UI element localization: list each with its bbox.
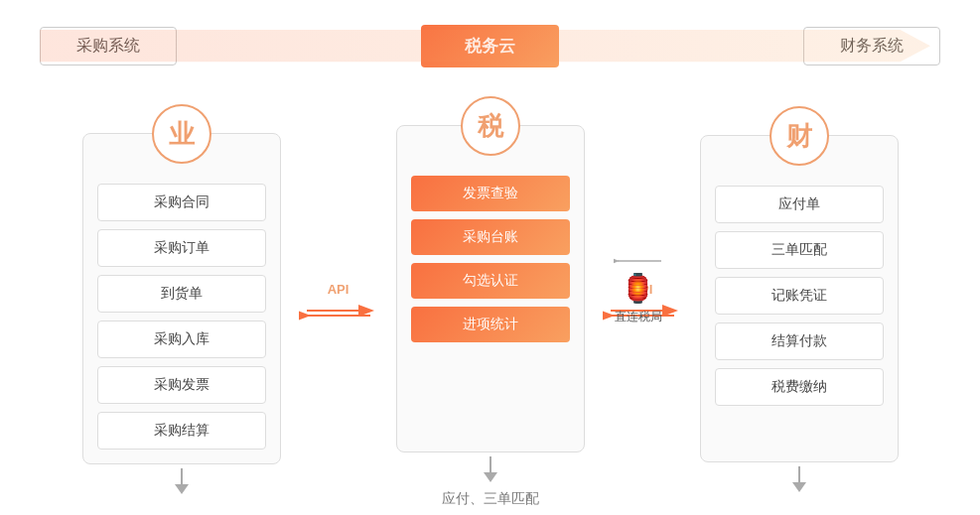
list-item: 记账凭证 [715, 277, 884, 315]
panel-shui: 税 发票查验 采购台账 勾选认证 进项统计 [396, 125, 585, 452]
circle-shui: 税 [461, 96, 520, 156]
list-item: 到货单 [97, 275, 266, 313]
list-item: 采购结算 [97, 412, 266, 450]
panel-cai: 财 应付单 三单匹配 记账凭证 结算付款 税费缴纳 [700, 135, 899, 462]
list-item: 税费缴纳 [715, 368, 884, 406]
tax-bureau-label: 直连税局 [615, 309, 662, 325]
ye-item-list: 采购合同 采购订单 到货单 采购入库 采购发票 采购结算 [97, 184, 266, 450]
list-item: 采购合同 [97, 184, 266, 221]
list-item: 进项统计 [411, 307, 570, 342]
down-arrow-cai [789, 466, 809, 498]
svg-marker-2 [175, 484, 189, 494]
panel-ye: 业 采购合同 采购订单 到货单 采购入库 采购发票 采购结算 [82, 133, 281, 464]
circle-cai: 财 [770, 106, 829, 166]
list-item: 采购台账 [411, 219, 570, 255]
tax-bureau: 🏮 直连税局 [614, 252, 663, 325]
list-item: 结算付款 [715, 322, 884, 360]
cai-item-list: 应付单 三单匹配 记账凭证 结算付款 税费缴纳 [715, 186, 884, 406]
down-arrow-ye [172, 468, 192, 500]
tax-icon: 🏮 [621, 272, 655, 305]
svg-marker-7 [484, 472, 497, 482]
list-item: 应付单 [715, 186, 884, 223]
list-item: 三单匹配 [715, 231, 884, 269]
svg-marker-0 [40, 30, 930, 62]
list-item: 采购入库 [97, 321, 266, 358]
left-api-connector: API [281, 282, 396, 322]
panels-container: 业 采购合同 采购订单 到货单 采购入库 采购发票 采购结算 [40, 95, 940, 508]
bottom-center-label: 应付、三单匹配 [442, 490, 539, 508]
circle-ye: 业 [152, 104, 211, 164]
list-item: 采购订单 [97, 229, 266, 267]
shui-item-list: 发票查验 采购台账 勾选认证 进项统计 [411, 176, 570, 342]
list-item: 发票查验 [411, 176, 570, 211]
down-arrow-shui [481, 456, 500, 488]
list-item: 勾选认证 [411, 263, 570, 299]
shui-panel-wrapper: 税 发票查验 采购台账 勾选认证 进项统计 [396, 95, 585, 508]
top-header: 采购系统 税务云 财务系统 [40, 20, 940, 71]
left-api-label: API [328, 282, 350, 297]
svg-marker-11 [792, 482, 806, 492]
list-item: 采购发票 [97, 366, 266, 404]
